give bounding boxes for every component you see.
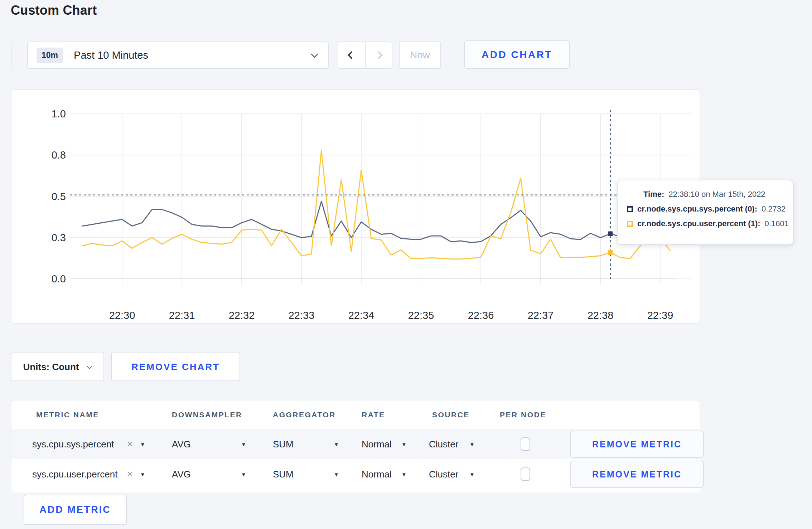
svg-text:22:39: 22:39	[647, 310, 673, 321]
remove-chart-button[interactable]: REMOVE CHART	[111, 353, 240, 381]
source-caret-icon[interactable]: ▼	[469, 441, 475, 447]
rate-select[interactable]: Normal	[362, 469, 392, 480]
clear-metric-icon[interactable]: ✕	[126, 439, 134, 449]
aggregator-caret-icon[interactable]: ▼	[334, 471, 339, 477]
column-header-source: SOURCE	[432, 411, 470, 419]
chevron-down-icon	[87, 363, 93, 369]
time-range-badge: 10m	[37, 48, 63, 63]
column-header-metric-name: METRIC NAME	[36, 411, 99, 419]
svg-text:0.3: 0.3	[52, 232, 66, 243]
metric-row: sys.cpu.user.percent ✕ ▼ AVG ▼ SUM ▼ Nor…	[11, 459, 701, 489]
tooltip-series-label: cr.node.sys.cpu.sys.percent (0):	[637, 204, 757, 214]
per-node-checkbox[interactable]	[521, 437, 530, 451]
remove-metric-button[interactable]: REMOVE METRIC	[570, 431, 704, 458]
rate-caret-icon[interactable]: ▼	[401, 471, 407, 477]
downsampler-select[interactable]: AVG	[172, 439, 191, 450]
svg-text:22:37: 22:37	[528, 310, 554, 321]
metrics-table: METRIC NAME DOWNSAMPLER AGGREGATOR RATE …	[11, 400, 700, 492]
svg-text:22:35: 22:35	[408, 310, 434, 321]
tooltip-series-value: 0.1601	[765, 219, 789, 228]
metric-name-value[interactable]: sys.cpu.user.percent	[32, 469, 117, 480]
svg-text:22:31: 22:31	[169, 310, 195, 321]
downsampler-select[interactable]: AVG	[172, 469, 191, 480]
chevron-left-icon	[348, 51, 356, 59]
tooltip-series-row: cr.node.sys.cpu.sys.percent (0): 0.2732	[627, 204, 786, 214]
chevron-right-icon	[374, 51, 383, 59]
chart-panel: 1.00.80.50.30.022:3022:3122:3222:3322:34…	[11, 89, 700, 324]
aggregator-caret-icon[interactable]: ▼	[334, 441, 339, 447]
tooltip-time-label: Time:	[643, 190, 664, 199]
svg-text:1.0: 1.0	[52, 108, 66, 120]
add-metric-button[interactable]: ADD METRIC	[24, 495, 127, 525]
source-select[interactable]: Cluster	[429, 469, 458, 480]
custom-chart[interactable]: 1.00.80.50.30.022:3022:3122:3222:3322:34…	[11, 90, 700, 323]
metric-name-caret-icon[interactable]: ▼	[140, 471, 145, 477]
svg-text:22:34: 22:34	[348, 310, 374, 321]
rate-caret-icon[interactable]: ▼	[401, 441, 407, 447]
time-range-dropdown[interactable]: 10m Past 10 Minutes	[27, 42, 329, 69]
next-range-button[interactable]	[365, 42, 392, 68]
downsampler-caret-icon[interactable]: ▼	[241, 471, 246, 477]
toolbar-divider	[11, 42, 11, 69]
column-header-downsampler: DOWNSAMPLER	[172, 411, 242, 419]
remove-metric-button[interactable]: REMOVE METRIC	[570, 461, 704, 488]
units-dropdown[interactable]: Units: Count	[11, 353, 104, 381]
page-title: Custom Chart	[11, 3, 97, 18]
tooltip-series-value: 0.2732	[762, 204, 786, 214]
svg-text:22:38: 22:38	[588, 310, 614, 321]
svg-text:0.8: 0.8	[52, 149, 66, 161]
tooltip-series-label: cr.node.sys.cpu.user.percent (1):	[637, 219, 760, 228]
now-button[interactable]: Now	[399, 42, 441, 69]
svg-text:22:30: 22:30	[109, 310, 135, 321]
navy-series-swatch-icon	[627, 206, 633, 212]
aggregator-select[interactable]: SUM	[273, 469, 294, 480]
metric-name-caret-icon[interactable]: ▼	[140, 441, 145, 447]
column-header-per-node: PER NODE	[500, 411, 546, 419]
metric-row: sys.cpu.sys.percent ✕ ▼ AVG ▼ SUM ▼ Norm…	[11, 429, 701, 459]
aggregator-select[interactable]: SUM	[273, 439, 294, 450]
svg-text:0.0: 0.0	[52, 273, 66, 285]
source-select[interactable]: Cluster	[429, 439, 458, 450]
clear-metric-icon[interactable]: ✕	[126, 469, 134, 479]
tooltip-series-row: cr.node.sys.cpu.user.percent (1): 0.1601	[627, 219, 786, 228]
yellow-series-swatch-icon	[627, 221, 633, 227]
source-caret-icon[interactable]: ▼	[469, 471, 475, 477]
svg-text:22:36: 22:36	[468, 310, 494, 321]
units-label: Units: Count	[23, 361, 79, 373]
column-header-rate: RATE	[362, 411, 385, 419]
svg-text:22:33: 22:33	[289, 310, 315, 321]
metric-name-value[interactable]: sys.cpu.sys.percent	[32, 439, 114, 450]
chart-tooltip: Time: 22:38:10 on Mar 15th, 2022 cr.node…	[617, 180, 794, 245]
per-node-checkbox[interactable]	[521, 467, 530, 481]
chevron-down-icon	[311, 50, 318, 58]
tooltip-time-value: 22:38:10 on Mar 15th, 2022	[668, 190, 765, 199]
time-range-nav	[338, 42, 392, 69]
column-header-aggregator: AGGREGATOR	[273, 411, 336, 419]
add-chart-button[interactable]: ADD CHART	[464, 40, 570, 69]
rate-select[interactable]: Normal	[362, 439, 392, 450]
svg-text:22:32: 22:32	[229, 310, 255, 321]
tooltip-time-row: Time: 22:38:10 on Mar 15th, 2022	[627, 190, 786, 199]
downsampler-caret-icon[interactable]: ▼	[241, 441, 246, 447]
svg-text:0.5: 0.5	[52, 191, 66, 202]
time-range-label: Past 10 Minutes	[74, 49, 148, 61]
prev-range-button[interactable]	[338, 42, 365, 68]
